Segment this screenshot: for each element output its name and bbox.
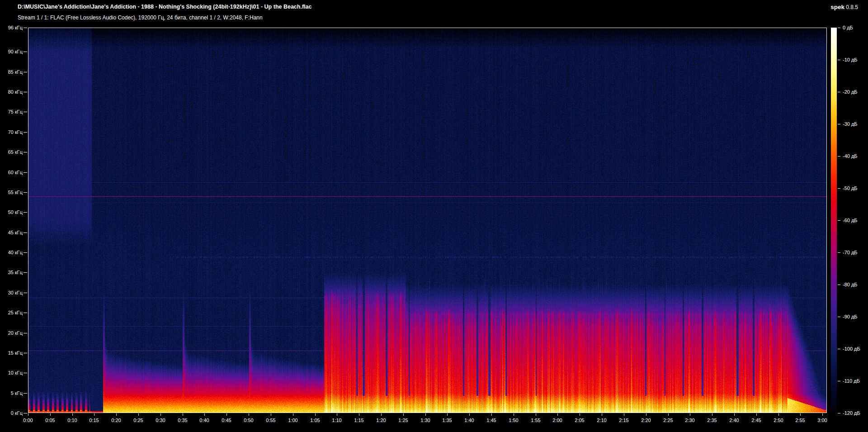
x-tick-mark — [646, 413, 646, 416]
x-tick-label: 0:40 — [193, 418, 215, 423]
x-tick-mark — [226, 413, 227, 416]
x-tick-label: 2:45 — [745, 418, 767, 423]
db-tick-label: -120 дБ — [843, 410, 860, 416]
db-tick-mark — [838, 220, 840, 221]
spek-window: D:\MUSIC\Jane's Addiction\Jane's Addicti… — [0, 0, 868, 432]
x-tick-label: 1:35 — [436, 418, 458, 423]
x-tick-label: 3:00 — [811, 418, 833, 423]
x-tick-label: 2:55 — [789, 418, 811, 423]
x-tick-label: 0:30 — [150, 418, 171, 423]
y-tick-mark — [24, 212, 27, 213]
y-tick-mark — [24, 28, 27, 28]
y-tick-label: 5 кГц — [0, 390, 23, 396]
y-tick-mark — [24, 233, 27, 233]
x-tick-mark — [271, 413, 271, 416]
db-tick-label: -110 дБ — [843, 378, 860, 384]
x-tick-label: 0:35 — [172, 418, 193, 423]
stream-info: Stream 1 / 1: FLAC (Free Lossless Audio … — [18, 14, 263, 21]
x-tick-mark — [381, 413, 382, 416]
db-tick-label: 0 дБ — [843, 25, 853, 31]
x-tick-mark — [690, 413, 690, 416]
x-tick-label: 1:40 — [458, 418, 480, 423]
app-brand: spek 0.8.5 — [830, 4, 858, 10]
x-tick-mark — [204, 413, 205, 416]
x-tick-mark — [447, 413, 448, 416]
app-name: spek — [830, 4, 844, 10]
x-tick-mark — [469, 413, 470, 416]
x-tick-label: 2:35 — [701, 418, 723, 423]
y-tick-mark — [24, 192, 27, 193]
x-tick-mark — [359, 413, 359, 416]
x-tick-label: 2:50 — [768, 418, 789, 423]
y-tick-label: 80 кГц — [0, 89, 23, 95]
y-tick-mark — [24, 52, 27, 52]
x-tick-label: 0:25 — [127, 418, 149, 423]
x-tick-label: 1:05 — [304, 418, 326, 423]
db-tick-mark — [838, 60, 840, 60]
db-tick-mark — [838, 349, 840, 349]
x-tick-mark — [624, 413, 624, 416]
y-tick-mark — [24, 293, 27, 293]
x-tick-mark — [28, 413, 28, 416]
x-tick-mark — [800, 413, 801, 416]
db-tick-mark — [838, 413, 840, 413]
y-tick-label: 0 кГц — [0, 410, 23, 416]
x-tick-mark — [50, 413, 51, 416]
x-tick-label: 1:25 — [392, 418, 414, 423]
db-tick-label: -10 дБ — [843, 57, 858, 63]
y-tick-label: 70 кГц — [0, 129, 23, 135]
y-tick-label: 96 кГц — [0, 25, 23, 31]
y-tick-mark — [24, 152, 27, 152]
x-tick-mark — [116, 413, 117, 416]
db-tick-label: -20 дБ — [843, 89, 858, 95]
x-tick-label: 2:15 — [613, 418, 635, 423]
db-tick-mark — [838, 285, 840, 285]
x-tick-label: 0:45 — [216, 418, 237, 423]
x-tick-mark — [712, 413, 712, 416]
x-tick-mark — [425, 413, 426, 416]
x-tick-label: 2:10 — [591, 418, 613, 423]
db-tick-label: -100 дБ — [843, 346, 860, 352]
x-tick-label: 1:30 — [415, 418, 436, 423]
y-tick-mark — [24, 313, 27, 313]
y-tick-label: 85 кГц — [0, 69, 23, 75]
x-tick-mark — [822, 413, 823, 416]
y-tick-mark — [24, 333, 27, 333]
x-tick-label: 1:50 — [503, 418, 524, 423]
x-tick-mark — [337, 413, 337, 416]
y-tick-label: 40 кГц — [0, 250, 23, 256]
db-tick-mark — [838, 317, 840, 317]
db-tick-mark — [838, 92, 840, 92]
x-tick-label: 2:05 — [569, 418, 590, 423]
y-tick-label: 15 кГц — [0, 350, 23, 356]
y-tick-mark — [24, 373, 27, 373]
y-tick-label: 50 кГц — [0, 209, 23, 215]
x-tick-mark — [580, 413, 580, 416]
x-tick-mark — [72, 413, 73, 416]
y-tick-mark — [24, 393, 27, 394]
x-tick-mark — [536, 413, 536, 416]
db-tick-mark — [838, 252, 840, 253]
db-tick-mark — [838, 188, 840, 189]
y-tick-label: 65 кГц — [0, 149, 23, 155]
y-tick-mark — [24, 112, 27, 112]
y-tick-label: 75 кГц — [0, 109, 23, 115]
x-tick-mark — [94, 413, 94, 416]
y-tick-label: 90 кГц — [0, 49, 23, 55]
y-tick-mark — [24, 92, 27, 92]
db-tick-mark — [838, 381, 840, 381]
x-tick-mark — [734, 413, 735, 416]
db-tick-label: -40 дБ — [843, 153, 858, 159]
y-tick-mark — [24, 272, 27, 273]
x-tick-mark — [756, 413, 757, 416]
x-tick-mark — [138, 413, 139, 416]
db-tick-mark — [838, 124, 840, 124]
y-tick-label: 10 кГц — [0, 370, 23, 376]
x-tick-mark — [315, 413, 316, 416]
x-tick-label: 0:55 — [260, 418, 282, 423]
x-tick-label: 2:20 — [635, 418, 657, 423]
x-tick-mark — [557, 413, 558, 416]
db-tick-mark — [838, 28, 840, 28]
y-tick-mark — [24, 353, 27, 353]
x-tick-label: 1:55 — [525, 418, 547, 423]
